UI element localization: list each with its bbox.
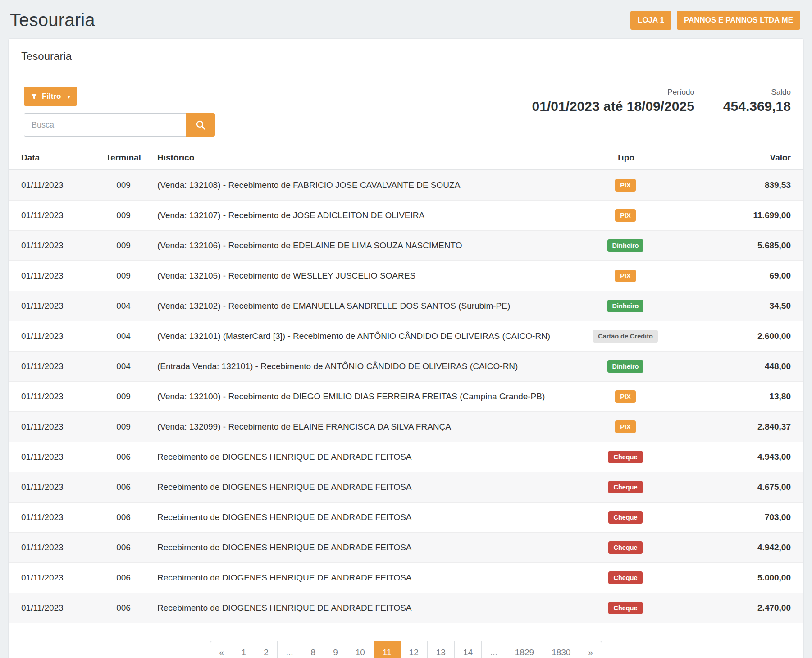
page-button[interactable]: »	[579, 641, 602, 658]
header-tipo: Tipo	[558, 146, 693, 170]
cell-valor: 11.699,00	[693, 201, 803, 231]
cell-tipo: Cheque	[558, 533, 693, 563]
cell-tipo: PIX	[558, 201, 693, 231]
cell-valor: 5.000,00	[693, 563, 803, 593]
page-button[interactable]: 10	[347, 641, 374, 658]
header-data: Data	[9, 146, 90, 170]
filter-button[interactable]: Filtro ▾	[24, 87, 77, 106]
cell-tipo: Cheque	[558, 593, 693, 623]
cell-date: 01/11/2023	[9, 231, 90, 261]
table-row: 01/11/2023 009 (Venda: 132107) - Recebim…	[9, 201, 803, 231]
cell-tipo: Cartão de Crédito	[558, 321, 693, 352]
cell-valor: 4.942,00	[693, 533, 803, 563]
cell-terminal: 006	[90, 442, 157, 472]
cell-valor: 4.675,00	[693, 472, 803, 503]
page-button[interactable]: «	[210, 641, 233, 658]
search-icon	[196, 120, 206, 130]
search-button[interactable]	[186, 113, 215, 137]
page-button[interactable]: 12	[400, 641, 428, 658]
cell-terminal: 009	[90, 382, 157, 412]
table-row: 01/11/2023 006 Recebimento de DIOGENES H…	[9, 563, 803, 593]
cell-historico: Recebimento de DIOGENES HENRIQUE DE ANDR…	[157, 593, 558, 623]
cell-tipo: Dinheiro	[558, 352, 693, 382]
cell-historico: (Venda: 132105) - Recebimento de WESLLEY…	[157, 261, 558, 291]
table-row: 01/11/2023 006 Recebimento de DIOGENES H…	[9, 533, 803, 563]
card-title: Tesouraria	[9, 39, 803, 74]
tipo-badge: Cheque	[608, 451, 642, 463]
saldo-block: Saldo 454.369,18	[723, 88, 791, 114]
cell-valor: 34,50	[693, 291, 803, 321]
store-button[interactable]: LOJA 1	[630, 11, 671, 30]
table-row: 01/11/2023 006 Recebimento de DIOGENES H…	[9, 442, 803, 472]
tipo-badge: Dinheiro	[607, 360, 644, 373]
cell-date: 01/11/2023	[9, 503, 90, 533]
table-row: 01/11/2023 006 Recebimento de DIOGENES H…	[9, 503, 803, 533]
cell-historico: Recebimento de DIOGENES HENRIQUE DE ANDR…	[157, 563, 558, 593]
table-body: 01/11/2023 009 (Venda: 132108) - Recebim…	[9, 170, 803, 623]
filter-button-label: Filtro	[42, 92, 61, 101]
cell-historico: Recebimento de DIOGENES HENRIQUE DE ANDR…	[157, 503, 558, 533]
table-row: 01/11/2023 006 Recebimento de DIOGENES H…	[9, 472, 803, 503]
cell-date: 01/11/2023	[9, 261, 90, 291]
page-button[interactable]: 1830	[543, 641, 579, 658]
filter-icon	[31, 93, 37, 100]
page-button[interactable]: 1829	[506, 641, 543, 658]
header-terminal: Terminal	[90, 146, 157, 170]
page-button-active[interactable]: 11	[374, 641, 401, 658]
table-row: 01/11/2023 004 (Venda: 132102) - Recebim…	[9, 291, 803, 321]
page-button[interactable]: 8	[302, 641, 325, 658]
tipo-badge: Cheque	[608, 511, 642, 524]
cell-terminal: 004	[90, 321, 157, 352]
cell-terminal: 006	[90, 472, 157, 503]
cell-tipo: PIX	[558, 170, 693, 201]
page-button[interactable]: 9	[324, 641, 347, 658]
tipo-badge: Cheque	[608, 602, 642, 614]
cell-terminal: 006	[90, 533, 157, 563]
pagination: « 1 2 ... 8 9 10 11 12 13 14 ... 1829 18…	[210, 641, 602, 658]
toolbar: Filtro ▾	[9, 74, 803, 140]
cell-date: 01/11/2023	[9, 442, 90, 472]
cell-date: 01/11/2023	[9, 472, 90, 503]
table-row: 01/11/2023 004 (Venda: 132101) (MasterCa…	[9, 321, 803, 352]
period-block: Período 01/01/2023 até 18/09/2025	[532, 88, 694, 114]
cell-terminal: 006	[90, 563, 157, 593]
tipo-badge: Dinheiro	[607, 239, 644, 252]
table-row: 01/11/2023 004 (Entrada Venda: 132101) -…	[9, 352, 803, 382]
cell-terminal: 009	[90, 412, 157, 442]
table-row: 01/11/2023 006 Recebimento de DIOGENES H…	[9, 593, 803, 623]
cell-terminal: 009	[90, 231, 157, 261]
tipo-badge: Dinheiro	[607, 300, 644, 312]
cell-historico: (Venda: 132101) (MasterCard [3]) - Receb…	[157, 321, 558, 352]
cell-date: 01/11/2023	[9, 321, 90, 352]
page: Tesouraria LOJA 1 PANNOS E PANNOS LTDA M…	[0, 0, 812, 658]
cell-historico: (Entrada Venda: 132101) - Recebimento de…	[157, 352, 558, 382]
cell-tipo: Cheque	[558, 472, 693, 503]
cell-date: 01/11/2023	[9, 352, 90, 382]
header-valor: Valor	[693, 146, 803, 170]
period-value: 01/01/2023 até 18/09/2025	[532, 99, 694, 114]
tipo-badge: Cartão de Crédito	[593, 330, 658, 343]
table-row: 01/11/2023 009 (Venda: 132099) - Recebim…	[9, 412, 803, 442]
top-bar: Tesouraria LOJA 1 PANNOS E PANNOS LTDA M…	[8, 5, 804, 38]
table-row: 01/11/2023 009 (Venda: 132108) - Recebim…	[9, 170, 803, 201]
table-row: 01/11/2023 009 (Venda: 132100) - Recebim…	[9, 382, 803, 412]
search-input[interactable]	[24, 113, 186, 137]
page-button[interactable]: 14	[454, 641, 482, 658]
page-button[interactable]: 1	[233, 641, 255, 658]
company-button[interactable]: PANNOS E PANNOS LTDA ME	[677, 11, 800, 30]
page-button[interactable]: 13	[427, 641, 455, 658]
tipo-badge: PIX	[615, 270, 635, 282]
cell-valor: 2.600,00	[693, 321, 803, 352]
cell-terminal: 009	[90, 170, 157, 201]
saldo-label: Saldo	[723, 88, 791, 97]
pagination-wrap: « 1 2 ... 8 9 10 11 12 13 14 ... 1829 18…	[9, 623, 803, 658]
table-row: 01/11/2023 009 (Venda: 132106) - Recebim…	[9, 231, 803, 261]
cell-date: 01/11/2023	[9, 382, 90, 412]
cell-historico: (Venda: 132106) - Recebimento de EDELAIN…	[157, 231, 558, 261]
cell-historico: (Venda: 132099) - Recebimento de ELAINE …	[157, 412, 558, 442]
toolbar-right: Período 01/01/2023 até 18/09/2025 Saldo …	[532, 87, 791, 114]
tipo-badge: PIX	[615, 390, 635, 403]
cell-valor: 5.685,00	[693, 231, 803, 261]
page-button[interactable]: 2	[255, 641, 278, 658]
cell-date: 01/11/2023	[9, 563, 90, 593]
